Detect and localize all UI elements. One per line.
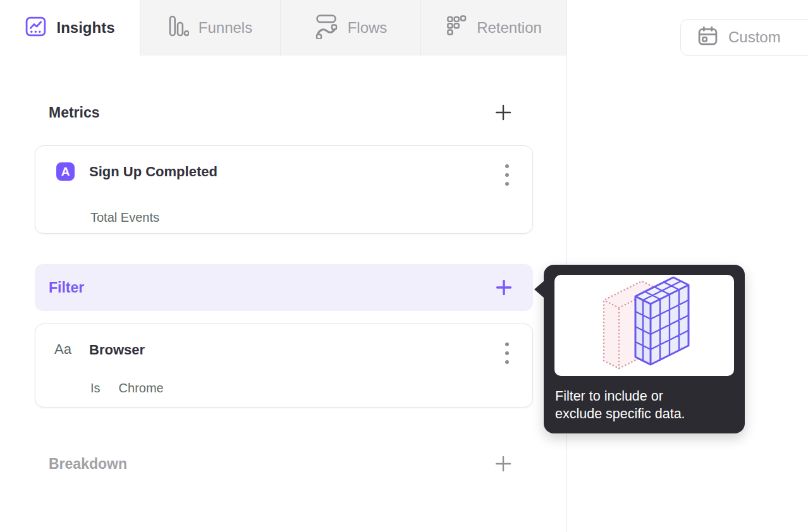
filter-value[interactable]: Chrome	[119, 381, 164, 395]
tab-insights-label: Insights	[56, 19, 114, 37]
breakdown-title: Breakdown	[49, 456, 127, 473]
tab-flows[interactable]: Flows	[280, 0, 420, 56]
filter-section-row[interactable]: Filter	[35, 264, 533, 311]
metrics-section-header: Metrics	[49, 99, 533, 126]
filter-card-kebab-menu[interactable]	[499, 339, 515, 367]
filter-label: Filter	[49, 279, 84, 296]
tooltip-text: Filter to include or exclude specific da…	[555, 387, 733, 423]
breakdown-section-header: Breakdown	[49, 449, 533, 479]
add-metric-button[interactable]	[494, 103, 513, 122]
tab-bar: Insights Funnels Flows	[0, 0, 567, 56]
tooltip-line-2: exclude specific data.	[555, 405, 733, 423]
filter-cube-illustration	[554, 275, 734, 376]
insights-chart-icon	[25, 15, 47, 41]
tab-retention[interactable]: Retention	[420, 0, 567, 56]
filter-condition: IsChrome	[90, 381, 164, 396]
tab-flows-label: Flows	[348, 19, 388, 37]
tab-funnels-label: Funnels	[199, 19, 252, 37]
custom-date-label: Custom	[728, 28, 781, 46]
funnels-bars-icon	[168, 14, 189, 42]
flows-stream-icon	[314, 13, 338, 43]
tooltip-arrow	[534, 281, 544, 298]
metrics-title: Metrics	[49, 104, 100, 121]
metric-event-name: Sign Up Completed	[89, 164, 217, 180]
metric-card-kebab-menu[interactable]	[499, 161, 515, 189]
tab-retention-label: Retention	[477, 19, 542, 37]
custom-date-button[interactable]: Custom	[680, 19, 808, 56]
tooltip-illustration	[554, 275, 734, 376]
tab-funnels[interactable]: Funnels	[140, 0, 280, 56]
retention-dots-icon	[446, 14, 467, 42]
add-breakdown-button[interactable]	[494, 454, 513, 473]
metric-card-sign-up-completed[interactable]: A Sign Up Completed Total Events	[35, 145, 533, 234]
filter-operator[interactable]: Is	[90, 381, 101, 395]
tab-insights[interactable]: Insights	[0, 0, 140, 56]
metric-series-badge: A	[56, 162, 75, 181]
tooltip-line-1: Filter to include or	[555, 387, 733, 405]
string-property-icon: Aa	[54, 341, 71, 358]
metric-aggregation[interactable]: Total Events	[90, 210, 159, 225]
filter-card-browser[interactable]: Aa Browser IsChrome	[35, 323, 533, 408]
filter-property-name: Browser	[89, 342, 145, 358]
add-filter-button[interactable]	[495, 279, 513, 296]
calendar-icon	[697, 25, 718, 50]
filter-tooltip: Filter to include or exclude specific da…	[544, 265, 745, 433]
